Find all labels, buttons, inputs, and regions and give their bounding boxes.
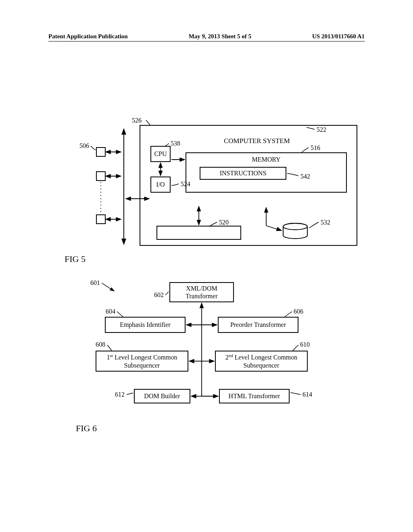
preorder-transformer-label: Preorder Transformer [230, 321, 286, 328]
node-mid [96, 171, 106, 181]
ref-606: 606 [294, 308, 303, 315]
computer-system-title: COMPUTER SYSTEM [224, 137, 290, 145]
svg-overlay [0, 0, 413, 532]
page-header: Patent Application Publication May 9, 20… [48, 33, 365, 42]
io-box: I/O [150, 177, 171, 193]
ref-542: 542 [300, 173, 310, 180]
header-right: US 2013/0117660 A1 [312, 33, 365, 40]
xml-dom-transformer-label: XML/DOM Transformer [170, 285, 233, 300]
ref-516: 516 [311, 144, 320, 152]
instructions-box: INSTRUCTIONS [200, 167, 286, 180]
header-center: May 9, 2013 Sheet 5 of 5 [189, 33, 251, 40]
memory-label: MEMORY [186, 156, 346, 163]
lcs-1st-label: 1st Level Longest Common Subsequencer [96, 353, 188, 369]
ref-601: 601 [90, 279, 100, 287]
dom-builder-label: DOM Builder [144, 392, 180, 400]
node-top [96, 147, 106, 157]
instructions-label: INSTRUCTIONS [220, 169, 267, 177]
node-bottom [96, 214, 106, 224]
fig5-caption: FIG 5 [65, 254, 86, 264]
ref-610: 610 [300, 341, 310, 348]
fig6-caption: FIG 6 [76, 423, 97, 434]
cpu-box: CPU [150, 146, 171, 162]
io-label: I/O [156, 181, 165, 188]
header-left: Patent Application Publication [48, 33, 128, 40]
ref-532: 532 [321, 219, 330, 226]
html-transformer-label: HTML Transformer [229, 392, 280, 400]
ref-608: 608 [96, 341, 105, 348]
ref-604: 604 [106, 308, 115, 315]
cpu-label: CPU [154, 150, 167, 158]
preorder-transformer-box: Preorder Transformer [218, 317, 298, 333]
device-520-box [156, 226, 241, 240]
dom-builder-box: DOM Builder [134, 389, 190, 403]
ref-612: 612 [115, 391, 125, 398]
ref-524: 524 [181, 181, 190, 188]
ref-602: 602 [154, 291, 164, 299]
html-transformer-box: HTML Transformer [219, 389, 290, 403]
ref-614: 614 [302, 391, 312, 398]
emphasis-identifier-label: Emphasis Identifier [120, 321, 171, 328]
ref-526: 526 [132, 117, 142, 124]
ref-506: 506 [79, 142, 89, 150]
ref-522: 522 [317, 126, 326, 133]
lcs-2nd-box: 2nd Level Longest Common Subsequencer [215, 351, 308, 372]
lcs-2nd-label: 2nd Level Longest Common Subsequencer [216, 353, 307, 369]
lcs-1st-box: 1st Level Longest Common Subsequencer [96, 351, 188, 372]
emphasis-identifier-box: Emphasis Identifier [105, 317, 186, 333]
ref-538: 538 [171, 140, 180, 147]
xml-dom-transformer-box: XML/DOM Transformer [169, 282, 234, 302]
ref-520: 520 [219, 219, 229, 226]
